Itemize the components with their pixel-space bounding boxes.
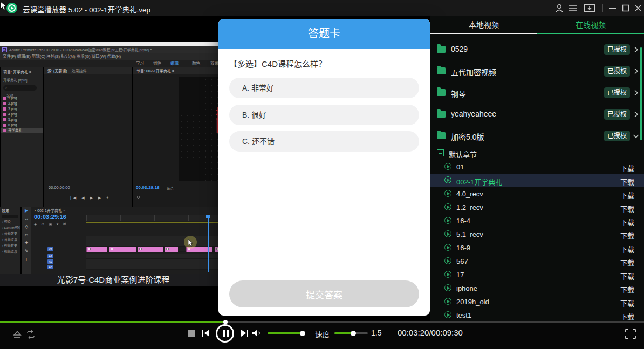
bin-item-selected: 开学典礼: [1, 128, 43, 133]
download-link[interactable]: 下载: [620, 230, 634, 241]
folder-row[interactable]: 钢琴 已授权: [430, 82, 644, 104]
video-list-item[interactable]: 01下载: [430, 160, 644, 174]
timeline-clip: [165, 247, 178, 252]
play-circle-icon: [444, 244, 451, 251]
video-list-item[interactable]: test1下载: [430, 309, 644, 321]
video-list-item[interactable]: 2019h_old下载: [430, 295, 644, 309]
app-window: 云课堂播放器 5.02 - 002-1开学典礼.vep PrAdobe Prem…: [0, 0, 644, 349]
video-list-item[interactable]: iphone下载: [430, 282, 644, 295]
play-circle-icon: [444, 176, 451, 183]
volume-handle[interactable]: [300, 331, 305, 336]
folder-name: 0529: [451, 45, 468, 53]
video-list-item[interactable]: 16-4下载: [430, 214, 644, 228]
fullscreen-icon[interactable]: [625, 328, 636, 340]
video-list-item[interactable]: 17下载: [430, 268, 644, 282]
track-chip-v1: V1: [47, 247, 53, 251]
tab-local-video[interactable]: 本地视频: [430, 16, 537, 33]
track-a1: [86, 254, 221, 259]
premiere-workspace-tabs: 学习 组件 编辑 颜色 效果: [0, 60, 227, 67]
folder-row-expanded[interactable]: 加密5.0版 已授权: [430, 125, 644, 147]
video-list-item[interactable]: 5.1_recv下载: [430, 228, 644, 241]
time-display: 00:03:20/00:09:30: [398, 328, 463, 337]
track-a2: [86, 259, 221, 264]
video-list-item[interactable]: 16-9下载: [430, 241, 644, 255]
eject-icon[interactable]: [12, 329, 23, 340]
sidebar-scrollbar-thumb[interactable]: [640, 47, 642, 140]
submit-answer-button[interactable]: 提交答案: [229, 280, 419, 307]
download-link[interactable]: 下载: [620, 311, 634, 321]
download-manager-icon[interactable]: [584, 4, 595, 12]
folder-row[interactable]: yeahyeaheee 已授权: [430, 104, 644, 125]
folder-row[interactable]: 0529 已授权: [430, 39, 644, 60]
chevron-right-icon[interactable]: [632, 111, 640, 118]
type-tool-icon: T: [22, 255, 31, 263]
authorized-badge: 已授权: [604, 131, 630, 141]
download-link[interactable]: 下载: [620, 284, 634, 295]
authorized-badge: 已授权: [604, 109, 630, 120]
speed-slider[interactable]: [334, 332, 368, 334]
video-list-item-active[interactable]: 002-1开学典礼下载: [430, 174, 644, 187]
stop-button[interactable]: [188, 330, 195, 337]
video-list-item[interactable]: 4.0_recv下载: [430, 187, 644, 201]
quiz-option-c[interactable]: C. 还不错: [229, 131, 419, 152]
timeline-playhead[interactable]: [208, 215, 209, 272]
project-file-name: 开学典礼.prproj: [1, 76, 43, 84]
bin-item: 5.png: [3, 117, 41, 122]
track-v3: [86, 236, 221, 241]
download-link[interactable]: 下载: [620, 244, 634, 254]
chevron-right-icon[interactable]: [632, 89, 640, 97]
quiz-option-b[interactable]: B. 很好: [229, 105, 419, 125]
download-link[interactable]: 下载: [620, 203, 634, 214]
timeline-clip: [86, 247, 107, 252]
previous-button[interactable]: [201, 329, 211, 338]
download-link[interactable]: 下载: [620, 271, 634, 281]
minimize-button[interactable]: [608, 4, 618, 12]
close-button[interactable]: [633, 4, 643, 12]
speed-handle[interactable]: [351, 331, 356, 336]
chevron-right-icon[interactable]: [632, 67, 640, 75]
timeline-timecode: 00:03:29:16: [34, 214, 66, 220]
tab-online-video[interactable]: 在线视频: [537, 16, 644, 33]
volume-slider[interactable]: [268, 332, 305, 334]
quiz-option-a[interactable]: A. 非常好: [229, 78, 419, 98]
playlist-menu-icon[interactable]: [568, 4, 578, 12]
loop-mode-icon[interactable]: [25, 329, 37, 340]
timeline-clip: [109, 247, 136, 252]
folder-name: 加密5.0版: [451, 131, 484, 142]
video-list-item[interactable]: 567下载: [430, 255, 644, 268]
folder-icon: [437, 46, 446, 53]
chevron-down-icon[interactable]: [632, 132, 640, 140]
download-link[interactable]: 下载: [620, 190, 634, 200]
play-circle-icon: [444, 230, 451, 237]
progress-bar-track[interactable]: [0, 321, 644, 323]
collapse-minus-icon[interactable]: [437, 149, 444, 156]
maximize-button[interactable]: [621, 4, 631, 12]
chapter-section-title: 默认章节: [449, 149, 477, 159]
download-link[interactable]: 下载: [620, 163, 634, 173]
pen-tool-icon: ✎: [22, 247, 31, 255]
selection-tool-icon: ▶: [22, 207, 31, 215]
razor-tool-icon: ✂: [22, 231, 31, 239]
next-button[interactable]: [239, 329, 249, 338]
premiere-menubar: 文件(F) 编辑(E) 剪辑(C) 序列(S) 标记(M) 图形(G) 窗口(W…: [0, 53, 227, 60]
bin-item: 2.png: [3, 101, 41, 106]
premiere-effects-panel: 效果 › 预设 › Lumetri预设 › 音频效果 › 音频过渡 › 视频效果…: [0, 207, 20, 274]
download-link[interactable]: 下载: [620, 217, 634, 227]
progress-handle[interactable]: [223, 320, 228, 324]
download-link[interactable]: 下载: [620, 257, 634, 268]
chapter-section-row[interactable]: 默认章节: [430, 147, 644, 160]
volume-icon[interactable]: [251, 329, 262, 338]
play-circle-icon: [444, 271, 451, 278]
chevron-right-icon[interactable]: [632, 46, 640, 53]
effects-tree-item: › 视频过渡: [0, 249, 20, 255]
folder-name: 五代加密视频: [451, 66, 496, 77]
user-icon[interactable]: [554, 4, 564, 12]
project-panel-footer: [3, 202, 41, 205]
pause-button[interactable]: [216, 324, 234, 343]
download-link[interactable]: 下载: [620, 176, 634, 187]
folder-row[interactable]: 五代加密视频 已授权: [430, 60, 644, 82]
source-monitor-tab: 源: (无剪辑): [44, 69, 71, 73]
ripple-tool-icon: ◇: [22, 223, 31, 231]
download-link[interactable]: 下载: [620, 298, 634, 308]
video-list-item[interactable]: 1.2_recv下载: [430, 201, 644, 214]
